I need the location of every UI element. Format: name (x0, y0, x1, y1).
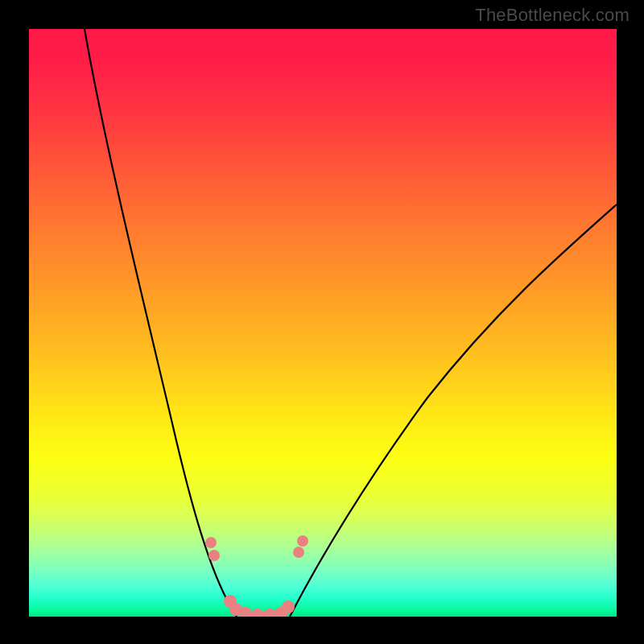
marker-dot (251, 609, 264, 617)
marker-dot (263, 609, 276, 617)
marker-dot (205, 537, 217, 548)
curve-right-branch (290, 204, 617, 617)
marker-dot (297, 535, 308, 547)
watermark-text: TheBottleneck.com (475, 5, 630, 26)
curve-left-branch (85, 29, 237, 617)
chart-frame: TheBottleneck.com (0, 0, 644, 644)
marker-group (205, 535, 308, 617)
curve-layer (29, 29, 617, 617)
plot-area (29, 29, 617, 617)
marker-dot (208, 550, 220, 561)
marker-dot (293, 547, 304, 558)
marker-dot (282, 601, 295, 613)
